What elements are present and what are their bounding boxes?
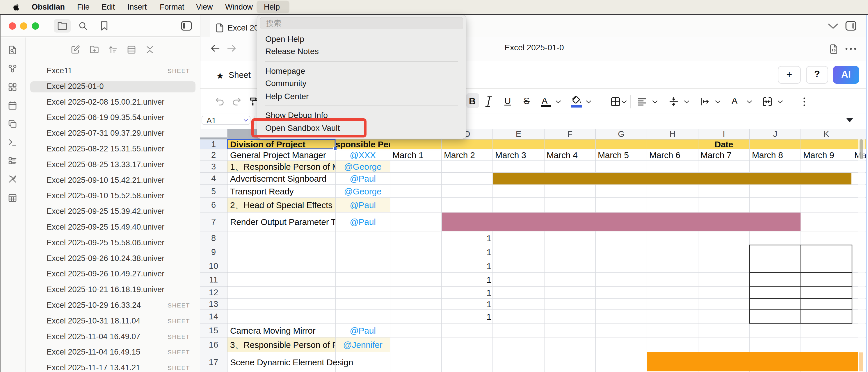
svg-text:Advertisement Signboard: Advertisement Signboard (230, 174, 327, 183)
svg-text:1: 1 (487, 288, 491, 297)
svg-text:I: I (722, 129, 725, 139)
svg-text:@Paul: @Paul (350, 326, 375, 335)
svg-text:17: 17 (209, 358, 218, 367)
svg-text:Scene Dynamic Element Design: Scene Dynamic Element Design (230, 358, 353, 367)
svg-text:1: 1 (487, 312, 491, 322)
svg-text:@Paul: @Paul (350, 174, 375, 183)
svg-text:12: 12 (209, 288, 218, 297)
svg-text:Render Output Parameter Test: Render Output Parameter Test (230, 217, 347, 227)
svg-text:1: 1 (487, 299, 491, 309)
svg-text:6: 6 (211, 200, 216, 209)
svg-text:Camera Moving Mirror: Camera Moving Mirror (230, 326, 316, 335)
svg-text:March 5: March 5 (598, 150, 629, 160)
svg-text:J: J (773, 129, 778, 139)
svg-text:March 1: March 1 (393, 150, 424, 160)
svg-text:3: 3 (211, 162, 216, 171)
svg-text:@George: @George (344, 162, 382, 171)
svg-text:9: 9 (211, 247, 216, 257)
svg-text:March 7: March 7 (701, 150, 732, 160)
svg-text:K: K (824, 129, 829, 139)
svg-text:F: F (567, 129, 572, 139)
svg-text:Transport Ready: Transport Ready (230, 187, 294, 196)
svg-text:@Jennifer: @Jennifer (343, 340, 382, 350)
svg-text:March 2: March 2 (444, 150, 475, 160)
svg-text:G: G (618, 129, 624, 139)
svg-text:14: 14 (209, 312, 218, 321)
svg-text:@Paul: @Paul (350, 200, 375, 210)
svg-text:1: 1 (487, 275, 491, 284)
svg-text:E: E (516, 129, 521, 139)
svg-text:March 4: March 4 (547, 150, 578, 160)
svg-text:2: 2 (211, 150, 216, 160)
svg-text:H: H (670, 129, 676, 139)
svg-text:1: 1 (487, 233, 491, 243)
svg-text:Division of Project: Division of Project (230, 139, 305, 149)
svg-text:@XXX: @XXX (350, 150, 376, 160)
svg-text:March 8: March 8 (752, 150, 783, 160)
svg-text:@George: @George (344, 187, 382, 196)
svg-text:16: 16 (209, 340, 218, 349)
svg-text:13: 13 (209, 299, 218, 309)
svg-text:1: 1 (487, 261, 491, 271)
svg-text:7: 7 (211, 217, 216, 226)
svg-text:2、Head of Special Effects Shot: 2、Head of Special Effects Shot (230, 200, 352, 210)
svg-text:1: 1 (487, 247, 491, 257)
svg-text:8: 8 (211, 233, 216, 243)
svg-text:General Project Manager: General Project Manager (230, 150, 326, 160)
svg-text:15: 15 (209, 326, 218, 335)
svg-text:5: 5 (211, 187, 216, 196)
svg-text:March 9: March 9 (803, 150, 834, 160)
svg-text:1: 1 (211, 139, 216, 149)
svg-text:March 3: March 3 (495, 150, 526, 160)
svg-text:4: 4 (211, 174, 216, 183)
svg-text:10: 10 (209, 261, 218, 271)
svg-text:Date: Date (714, 139, 733, 149)
svg-text:March 6: March 6 (649, 150, 680, 160)
svg-text:@Paul: @Paul (350, 217, 375, 227)
svg-text:11: 11 (209, 275, 218, 284)
